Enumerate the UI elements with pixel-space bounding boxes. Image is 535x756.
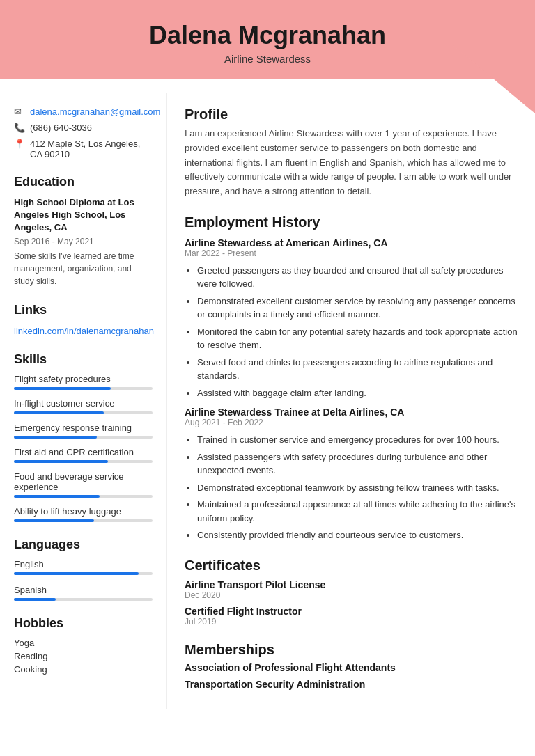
- skill-label: Flight safety procedures: [14, 374, 153, 384]
- header-triangle-decoration: [451, 44, 535, 113]
- job-bullet: Consistently provided friendly and court…: [197, 528, 518, 542]
- skill-bar-fill: [14, 460, 108, 463]
- skill-label: In-flight customer service: [14, 398, 153, 409]
- job-dates: Mar 2022 - Present: [185, 249, 518, 258]
- body: ✉ dalena.mcgranahan@gmail.com 📞 (686) 64…: [0, 79, 535, 709]
- skill-bar-bg: [14, 387, 153, 390]
- skill-item: First aid and CPR certification: [14, 447, 153, 463]
- skill-bar-bg: [14, 460, 153, 463]
- email-link[interactable]: dalena.mcgranahan@gmail.com: [30, 107, 160, 117]
- language-item: Spanish: [14, 585, 153, 601]
- skill-bar-bg: [14, 436, 153, 439]
- skills-section: Flight safety procedures In-flight custo…: [14, 374, 153, 522]
- language-label: English: [14, 559, 153, 569]
- job-entry: Airline Stewardess at American Airlines,…: [185, 237, 518, 400]
- skill-label: Emergency response training: [14, 423, 153, 433]
- job-list: Trained in customer service and emergenc…: [185, 433, 518, 542]
- skill-bar-fill: [14, 387, 111, 390]
- language-bar-bg: [14, 598, 153, 601]
- email-icon: ✉: [14, 107, 25, 117]
- certificate-entry: Airline Transport Pilot License Dec 2020: [185, 579, 518, 600]
- languages-section: English Spanish: [14, 559, 153, 601]
- links-section-title: Links: [14, 303, 153, 317]
- job-title: Airline Stewardess at American Airlines,…: [185, 237, 518, 249]
- job-bullet: Assisted with baggage claim after landin…: [197, 386, 518, 400]
- employment-section: Airline Stewardess at American Airlines,…: [185, 237, 518, 542]
- job-entry: Airline Stewardess Trainee at Delta Airl…: [185, 407, 518, 542]
- cert-name: Certified Flight Instructor: [185, 606, 518, 617]
- links-section: linkedin.com/in/dalenamcgranahan: [14, 324, 153, 337]
- skill-item: Ability to lift heavy luggage: [14, 506, 153, 522]
- hobby-item: Cooking: [14, 664, 153, 675]
- language-bar-fill: [14, 572, 139, 575]
- cert-date: Dec 2020: [185, 590, 518, 600]
- skill-item: Flight safety procedures: [14, 374, 153, 390]
- edu-dates: Sep 2016 - May 2021: [14, 237, 153, 246]
- phone-text: (686) 640-3036: [30, 123, 92, 133]
- memberships-section: Association of Professional Flight Atten…: [185, 662, 518, 690]
- skill-bar-bg: [14, 519, 153, 522]
- address-text: 412 Maple St, Los Angeles, CA 90210: [30, 139, 153, 159]
- job-bullet: Trained in customer service and emergenc…: [197, 433, 518, 447]
- certificate-entry: Certified Flight Instructor Jul 2019: [185, 606, 518, 627]
- location-icon: 📍: [14, 139, 25, 149]
- job-bullet: Assisted passengers with safety procedur…: [197, 450, 518, 478]
- language-item: English: [14, 559, 153, 575]
- skill-bar-fill: [14, 436, 97, 439]
- certificates-section: Airline Transport Pilot License Dec 2020…: [185, 579, 518, 627]
- cert-date: Jul 2019: [185, 617, 518, 627]
- job-title: Airline Stewardess Trainee at Delta Airl…: [185, 407, 518, 418]
- skill-bar-fill: [14, 411, 104, 414]
- edu-degree: High School Diploma at Los Angeles High …: [14, 196, 153, 235]
- skills-section-title: Skills: [14, 352, 153, 367]
- edu-description: Some skills I've learned are time manage…: [14, 250, 153, 288]
- skill-label: First aid and CPR certification: [14, 447, 153, 457]
- skill-label: Ability to lift heavy luggage: [14, 506, 153, 517]
- job-bullet: Demonstrated exceptional teamwork by ass…: [197, 481, 518, 495]
- job-bullet: Demonstrated excellent customer service …: [197, 294, 518, 322]
- contact-email: ✉ dalena.mcgranahan@gmail.com: [14, 107, 153, 117]
- languages-section-title: Languages: [14, 537, 153, 552]
- contact-phone: 📞 (686) 640-3036: [14, 123, 153, 133]
- memberships-section-title: Memberships: [185, 642, 518, 658]
- skill-item: Emergency response training: [14, 423, 153, 439]
- education-section-title: Education: [14, 175, 153, 189]
- job-bullet: Maintained a professional appearance at …: [197, 498, 518, 525]
- linkedin-link[interactable]: linkedin.com/in/dalenamcgranahan: [14, 326, 154, 336]
- contact-address: 📍 412 Maple St, Los Angeles, CA 90210: [14, 139, 153, 159]
- left-column: ✉ dalena.mcgranahan@gmail.com 📞 (686) 64…: [0, 93, 167, 709]
- skill-item: In-flight customer service: [14, 398, 153, 414]
- phone-icon: 📞: [14, 123, 25, 133]
- hobbies-section: YogaReadingCooking: [14, 638, 153, 675]
- job-list: Greeted passengers as they boarded and e…: [185, 264, 518, 400]
- job-bullet: Served food and drinks to passengers acc…: [197, 356, 518, 383]
- skill-bar-fill: [14, 495, 100, 498]
- skill-label: Food and beverage service experience: [14, 471, 153, 492]
- contact-section: ✉ dalena.mcgranahan@gmail.com 📞 (686) 64…: [14, 107, 153, 159]
- job-bullet: Greeted passengers as they boarded and e…: [197, 264, 518, 291]
- employment-section-title: Employment History: [185, 214, 518, 230]
- hobby-item: Reading: [14, 651, 153, 661]
- skill-bar-bg: [14, 495, 153, 498]
- header: Dalena Mcgranahan Airline Stewardess: [0, 0, 535, 79]
- certificates-section-title: Certificates: [185, 558, 518, 574]
- skill-bar-fill: [14, 519, 94, 522]
- language-bar-bg: [14, 572, 153, 575]
- right-column: Profile I am an experienced Airline Stew…: [167, 93, 535, 709]
- hobby-item: Yoga: [14, 638, 153, 648]
- profile-text: I am an experienced Airline Stewardess w…: [185, 127, 518, 199]
- language-label: Spanish: [14, 585, 153, 595]
- job-bullet: Monitored the cabin for any potential sa…: [197, 325, 518, 352]
- skill-bar-bg: [14, 411, 153, 414]
- candidate-title: Airline Stewardess: [14, 53, 521, 65]
- resume-container: Dalena Mcgranahan Airline Stewardess ✉ d…: [0, 0, 535, 756]
- membership-item: Association of Professional Flight Atten…: [185, 662, 518, 673]
- candidate-name: Dalena Mcgranahan: [14, 21, 521, 50]
- education-section: High School Diploma at Los Angeles High …: [14, 196, 153, 288]
- skill-item: Food and beverage service experience: [14, 471, 153, 498]
- language-bar-fill: [14, 598, 56, 601]
- membership-item: Transportation Security Administration: [185, 679, 518, 690]
- job-dates: Aug 2021 - Feb 2022: [185, 418, 518, 427]
- cert-name: Airline Transport Pilot License: [185, 579, 518, 590]
- hobbies-section-title: Hobbies: [14, 616, 153, 631]
